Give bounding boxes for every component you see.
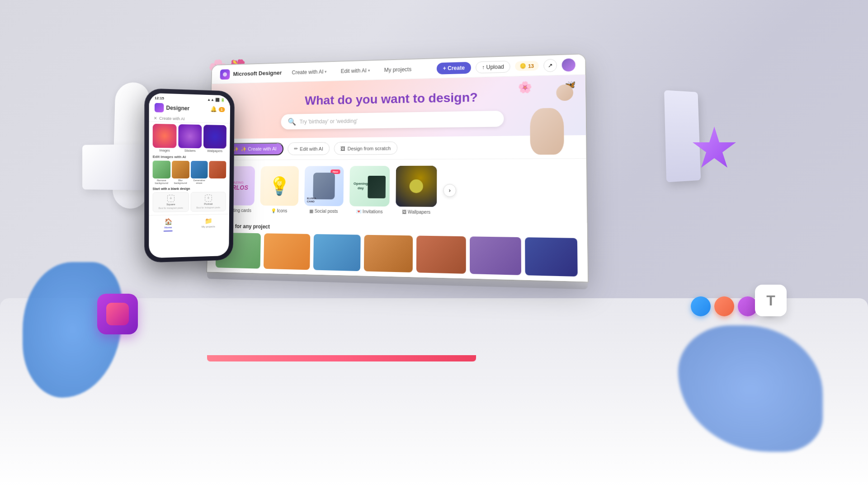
blank-portrait[interactable]: + Portrait Best for instagram posts [191, 192, 226, 211]
header-right: + Create ↑ Upload 🪙 13 ↗ [437, 58, 576, 75]
phone-notification: 🔔 1 [210, 106, 225, 113]
social-card-visual: New ELVIRACANO [304, 166, 344, 206]
phone-outer: 12:15 ▲▲ ⬛ 🔋 Designer 🔔 1 ✕ Create with … [144, 88, 235, 263]
circle-blue [691, 296, 711, 316]
app-logo: Microsoft Designer [220, 67, 282, 79]
phone-device: 12:15 ▲▲ ⬛ 🔋 Designer 🔔 1 ✕ Create with … [144, 88, 235, 263]
images-section-title: Images for any project [217, 223, 577, 235]
share-icon: ↗ [548, 62, 553, 69]
grid-icon: ▦ [309, 209, 313, 214]
icons-label: 💡 Icons [271, 208, 287, 213]
invitations-label: 💌 Invitations [356, 209, 383, 215]
card-invitations[interactable]: Openingday 💌 Invitations [349, 166, 390, 214]
image-thumb-5 [416, 236, 466, 274]
app-name-label: Microsoft Designer [233, 70, 282, 77]
coins-badge: 🪙 13 [515, 61, 539, 71]
nav-my-projects[interactable]: 📁 My projects [202, 217, 215, 230]
create-ai-label: Create with AI [159, 116, 185, 121]
bell-icon: 🔔 [210, 106, 217, 112]
phone-grid-images [153, 124, 177, 148]
laptop-device: Microsoft Designer Create with AI ▾ Edit… [207, 54, 588, 301]
flowers-decoration: 🌸 [518, 81, 533, 94]
notification-badge: 1 [218, 107, 225, 112]
nav-indicator [164, 230, 173, 231]
coin-icon: 🪙 [519, 63, 526, 69]
social-posts-label: ▦ Social posts [309, 209, 338, 214]
chevron-down-icon: ▾ [368, 68, 370, 73]
image-thumb-7 [525, 237, 578, 277]
lamp-icon: 💡 [271, 208, 276, 213]
share-button[interactable]: ↗ [543, 59, 557, 72]
deer-decoration: 🌸 🦋 [518, 80, 576, 155]
plus-icon: + [205, 194, 212, 202]
phone-app-name: Designer [166, 105, 189, 112]
wallpapers-card-visual [396, 166, 437, 207]
upload-button[interactable]: ↑ Upload [476, 61, 510, 73]
tab-create-ai[interactable]: ✨ ✨ Create with AI [226, 142, 283, 155]
phone-signal-icons: ▲▲ ⬛ 🔋 [207, 98, 225, 102]
invitations-card-visual: Openingday [349, 166, 390, 206]
icons-card-visual: 💡 [260, 166, 299, 206]
image-thumb-2 [264, 233, 310, 270]
phone-nav: 🏠 Home 📁 My projects [149, 214, 229, 235]
search-bar[interactable]: 🔍 Try 'birthday' or 'wedding' [281, 111, 504, 130]
wallpapers-label: 🖼 Wallpapers [402, 209, 430, 215]
phone-app-logo: Designer [155, 103, 189, 113]
search-placeholder: Try 'birthday' or 'wedding' [300, 117, 358, 124]
create-button[interactable]: + Create [437, 61, 472, 74]
edit-extra [209, 161, 226, 178]
microsoft-designer-app: Microsoft Designer Create with AI ▾ Edit… [207, 54, 588, 282]
text-icon-decoration: T [755, 285, 787, 316]
phone-logo-icon [155, 103, 164, 113]
image-thumb-4 [364, 235, 413, 272]
nav-create-ai[interactable]: Create with AI ▾ [288, 66, 330, 77]
white-block-shape [82, 144, 145, 190]
home-icon: 🏠 [165, 218, 172, 225]
blank-options: + Square Best for instagram posts + Port… [153, 192, 226, 212]
tab-design-scratch[interactable]: 🖼 Design from scratch [334, 141, 398, 155]
envelope2-icon: 💌 [356, 209, 362, 214]
nav-my-projects[interactable]: My projects [381, 64, 415, 75]
grid-label-wallpapers: Wallpapers [203, 149, 226, 152]
edit-remove-bg [153, 160, 170, 178]
card-icons[interactable]: 💡 💡 Icons [260, 166, 299, 214]
phone-image-grid: Images Stickers Wallpapers [149, 124, 230, 153]
cards-section: AMAZING CARLOS ✉ Greeting cards 💡 💡 Icon… [208, 159, 587, 223]
blank-square[interactable]: + Square Best for instagram posts [153, 192, 189, 212]
grid-label-images: Images [153, 149, 177, 152]
phone-edit-grid: Remove background Blur background Genera… [149, 160, 230, 184]
scroll-right-arrow[interactable]: › [443, 184, 456, 197]
folder-icon: 📁 [205, 217, 212, 225]
laptop-screen: Microsoft Designer Create with AI ▾ Edit… [207, 54, 588, 282]
close-icon[interactable]: ✕ [154, 116, 157, 120]
home-label: Home [165, 226, 172, 229]
card-social-posts[interactable]: New ELVIRACANO ▦ Social posts [304, 166, 344, 214]
my-projects-label: My projects [202, 225, 215, 228]
image-icon: 🖼 [340, 146, 345, 151]
deer-body [530, 108, 564, 155]
phone-header: Designer 🔔 1 [149, 101, 231, 117]
pencil-icon: ✏ [294, 146, 298, 152]
edit-generative-erase [190, 161, 208, 178]
card-wallpapers[interactable]: 🖼 Wallpapers [396, 166, 437, 215]
phone-screen: 12:15 ▲▲ ⬛ 🔋 Designer 🔔 1 ✕ Create with … [149, 93, 230, 258]
user-avatar[interactable] [562, 58, 576, 71]
deer-head [556, 84, 573, 101]
nav-edit-ai[interactable]: Edit with AI ▾ [337, 66, 374, 76]
tab-edit-ai[interactable]: ✏ Edit with AI [288, 142, 330, 155]
phone-create-ai-bar[interactable]: ✕ Create with AI [149, 115, 230, 123]
image-strip [216, 233, 578, 277]
nav-home[interactable]: 🏠 Home [164, 218, 173, 231]
phone-grid-stickers [178, 124, 202, 148]
right-block-shape [664, 90, 701, 182]
edit-blur-bg [172, 161, 189, 178]
phone-edit-ai-label: Edit images with AI [149, 153, 230, 161]
hero-title: What do you want to design? [227, 88, 566, 109]
wallpaper-icon: 🖼 [402, 209, 406, 214]
plus-icon: + [167, 195, 175, 202]
circle-coral [714, 296, 734, 316]
blank-title: Start with a blank design [153, 187, 226, 190]
image-thumb-3 [313, 234, 361, 271]
phone-time: 12:15 [155, 96, 164, 100]
chevron-down-icon: ▾ [325, 69, 327, 74]
